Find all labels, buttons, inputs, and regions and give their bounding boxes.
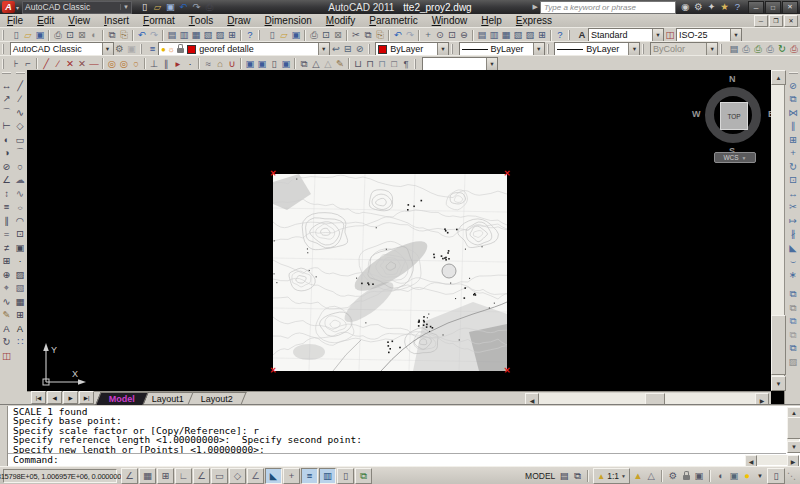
dim-ordinate-icon[interactable]: ⊢ [1, 120, 13, 134]
tray-settings-arrow-icon[interactable]: ▼ [755, 473, 765, 479]
measure-icon[interactable]: ≈ [202, 57, 214, 70]
publish-icon[interactable]: ⊠ [332, 29, 344, 42]
quick-view-layouts-icon[interactable]: ⧉ [571, 470, 583, 483]
layer-properties-icon[interactable]: ≡ [147, 43, 158, 56]
minimize-button[interactable]: ─ [748, 1, 764, 14]
send-to-back-icon[interactable]: ⧉ [787, 301, 799, 315]
scale-icon[interactable]: ⊡ [787, 174, 799, 188]
menu-edit[interactable]: Edit [30, 14, 61, 27]
last-tab-icon[interactable]: ▶| [79, 391, 94, 404]
circle-icon[interactable]: ○ [14, 160, 26, 174]
redo-icon[interactable]: ↷ [148, 29, 160, 42]
polyline-icon[interactable]: ∿ [14, 106, 26, 120]
point-icon[interactable]: · [14, 255, 26, 269]
markup-set-manager-icon[interactable]: ▨ [524, 29, 536, 42]
construction-line-icon[interactable]: ∕ [14, 93, 26, 107]
dim-angular-icon[interactable]: ∠ [1, 174, 13, 188]
infer-constraints-icon[interactable]: ∠ [121, 468, 138, 484]
maximize-button[interactable]: □ [765, 1, 781, 14]
toolbar-drag-handle[interactable] [547, 44, 552, 54]
menu-modify[interactable]: Modify [319, 14, 362, 27]
coordinate-readout[interactable]: 6.815798E+05, 1.006957E+06, 0.00000000 [3, 469, 117, 483]
text-style-combo[interactable]: Standard ▼ [588, 28, 664, 42]
favorites-star-icon[interactable]: ★ [718, 1, 731, 14]
chamfer-icon[interactable]: ◣ [787, 241, 799, 255]
break-icon[interactable]: ⌐ [22, 57, 34, 70]
circle3-icon[interactable]: ○ [130, 57, 142, 70]
dim-baseline-icon[interactable]: ≡ [1, 201, 13, 215]
properties-palette-icon[interactable]: ▤ [166, 29, 178, 42]
menu-insert[interactable]: Insert [97, 14, 136, 27]
selection-grip[interactable]: ✕ [269, 367, 277, 375]
doc-restore-button[interactable]: ❐ [769, 15, 783, 27]
dim-break-icon[interactable]: ≠ [1, 241, 13, 255]
erase-icon[interactable]: ⊘ [787, 79, 799, 93]
subscription-center-icon[interactable]: ⚙ [692, 1, 705, 14]
color-control-combo[interactable]: ByLayer ▼ [375, 42, 449, 56]
viewcube-north-label[interactable]: N [729, 74, 736, 84]
ellipse-icon[interactable]: ○ [14, 203, 26, 212]
object-snap-3d-icon[interactable]: ◇ [229, 468, 246, 484]
previous-tab-icon[interactable]: ◀ [47, 391, 62, 404]
object-snap-tracking-icon[interactable]: ∠ [247, 468, 264, 484]
break-mod-icon[interactable]: ∦ [787, 228, 799, 242]
make-block-icon[interactable]: ▣ [14, 241, 26, 255]
intersect-icon[interactable]: ⊓ [376, 57, 388, 70]
transparency-display-icon[interactable]: ▥ [319, 468, 336, 484]
bring-to-front-icon[interactable]: ⧉ [787, 288, 799, 302]
rect-tool-icon[interactable]: □ [388, 57, 400, 70]
save-workspace-icon[interactable]: ▣ [126, 43, 138, 56]
text-style-icon[interactable]: A [576, 29, 588, 42]
command-history[interactable]: SCALE 1 foundSpecify base point:Specify … [8, 407, 786, 454]
workspace-switching-icon[interactable]: ⚙ [667, 470, 679, 483]
tool-palettes-icon[interactable]: ▦ [500, 29, 512, 42]
copy-obj-icon[interactable]: ⧉ [298, 57, 310, 70]
titlebar-workspace-switcher[interactable]: AutoCAD Classic ▼ [22, 1, 132, 14]
quickcalc-icon[interactable]: ⊞ [226, 29, 238, 42]
scale-list-icon[interactable]: ∷ [14, 336, 26, 350]
dim-diameter-icon[interactable]: ⊘ [1, 160, 13, 174]
command-prompt-line[interactable]: Command: [8, 454, 59, 465]
layer-isolate-icon[interactable]: ⊘ [354, 43, 366, 56]
dim-text-edit-icon[interactable]: A [1, 322, 13, 336]
snap-mode-icon[interactable]: ▦ [139, 468, 156, 484]
move-icon[interactable]: + [787, 147, 799, 161]
toolbar-drag-handle[interactable] [16, 72, 25, 77]
table-icon[interactable]: ⊞ [14, 309, 26, 323]
line-red-icon[interactable]: ╱ [40, 57, 52, 70]
dim-jogged-icon[interactable]: ◑ [1, 147, 13, 161]
dim-aligned-icon[interactable]: ↗ [1, 93, 13, 107]
polar-tracking-icon[interactable]: ∠ [193, 468, 210, 484]
toolbar-drag-handle[interactable] [451, 44, 456, 54]
resize-grip[interactable]: ⋱ [787, 469, 797, 483]
union-icon[interactable]: ⊔ [352, 57, 364, 70]
arc-icon[interactable]: ⌒ [14, 147, 26, 161]
save-icon[interactable]: ▣ [34, 29, 46, 42]
wcs-menu-button[interactable]: WCS ▼ [714, 152, 756, 163]
qnew-icon[interactable]: ▯ [10, 29, 22, 42]
model-space-icon[interactable]: ▤ [558, 470, 570, 483]
dim-quick-icon[interactable]: ↕ [1, 187, 13, 201]
dim-arc-length-icon[interactable]: ⌒ [1, 106, 13, 120]
save-icon[interactable]: ▣ [290, 29, 302, 42]
plot-x-icon[interactable]: ⎙ [788, 43, 800, 56]
dash-red-icon[interactable]: — [88, 57, 100, 70]
dim-center-mark-icon[interactable]: ⊕ [1, 268, 13, 282]
plot-icon[interactable]: ⎙ [52, 29, 64, 42]
zoom-realtime-icon[interactable]: ⊙ [434, 29, 446, 42]
redo-icon[interactable]: ↷ [404, 29, 416, 42]
save-file-icon[interactable]: ▣ [164, 1, 177, 14]
copy-clip-icon[interactable]: ⧉ [106, 29, 118, 42]
layer-control-combo[interactable]: ● ☼ georef detalle ▼ [158, 42, 330, 56]
performance-tuner-icon[interactable]: ▣ [693, 470, 705, 483]
toolbar-drag-handle[interactable] [258, 30, 263, 40]
infocenter-search-input[interactable] [540, 1, 676, 14]
toolbar-drag-handle[interactable] [414, 59, 419, 69]
flag-icon[interactable]: ▸ [172, 57, 184, 70]
perpendicular-icon[interactable]: ⊥ [148, 57, 160, 70]
dim-edit-icon[interactable]: ✎ [1, 309, 13, 323]
zoom-previous-icon[interactable]: ⊖ [458, 29, 470, 42]
viewcube-west-label[interactable]: W [692, 109, 701, 119]
copy-clip-icon[interactable]: ⧉ [362, 29, 374, 42]
scrollbar-thumb[interactable] [771, 315, 786, 375]
